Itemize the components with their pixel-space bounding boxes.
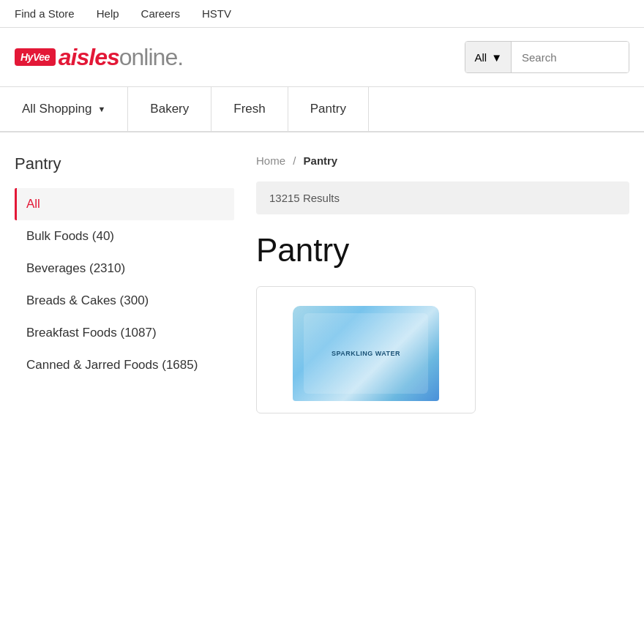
results-bar: 13215 Results — [256, 181, 629, 214]
breadcrumb-home[interactable]: Home — [256, 154, 285, 167]
nav-label-bakery: Bakery — [150, 102, 189, 116]
nav-item-all-shopping[interactable]: All Shopping ▼ — [0, 87, 128, 131]
nav-item-bakery[interactable]: Bakery — [128, 87, 211, 131]
nav-label-fresh: Fresh — [233, 102, 265, 116]
search-area: All ▼ — [465, 41, 629, 73]
main-header: HyVee aislesonline. All ▼ — [0, 28, 644, 87]
breadcrumb: Home / Pantry — [256, 154, 629, 167]
nav-label-pantry: Pantry — [310, 102, 346, 116]
find-store-link[interactable]: Find a Store — [15, 7, 75, 20]
sidebar-item-breakfast-foods[interactable]: Breakfast Foods (1087) — [15, 317, 234, 349]
nav-bar: All Shopping ▼ Bakery Fresh Pantry — [0, 87, 644, 132]
search-category-dropdown[interactable]: All ▼ — [465, 42, 512, 72]
sidebar-item-all[interactable]: All — [15, 188, 234, 220]
sidebar-item-beverages[interactable]: Beverages (2310) — [15, 252, 234, 285]
sidebar-item-canned-jarred[interactable]: Canned & Jarred Foods (1685) — [15, 349, 234, 381]
content-area: Pantry All Bulk Foods (40) Beverages (23… — [0, 132, 644, 435]
hyvee-logo: HyVee — [15, 48, 56, 66]
product-image-label: SPARKLING WATER — [332, 349, 400, 359]
search-category-label: All — [474, 51, 487, 64]
sidebar-item-bulk-foods[interactable]: Bulk Foods (40) — [15, 220, 234, 252]
product-card: SPARKLING WATER — [256, 286, 476, 413]
results-count: 13215 Results — [269, 192, 340, 204]
chevron-down-icon: ▼ — [491, 51, 502, 64]
chevron-down-icon: ▼ — [97, 105, 105, 113]
sidebar: Pantry All Bulk Foods (40) Beverages (23… — [15, 154, 234, 413]
help-link[interactable]: Help — [97, 7, 119, 20]
sidebar-item-breads-cakes[interactable]: Breads & Cakes (300) — [15, 285, 234, 317]
hstv-link[interactable]: HSTV — [202, 7, 231, 20]
page-heading: Pantry — [256, 232, 629, 269]
logo-area: HyVee aislesonline. — [15, 44, 183, 71]
nav-item-pantry[interactable]: Pantry — [288, 87, 369, 131]
aisles-text: aisles — [59, 44, 119, 70]
nav-item-fresh[interactable]: Fresh — [211, 87, 288, 131]
online-text: online. — [119, 44, 183, 70]
breadcrumb-current: Pantry — [304, 154, 338, 167]
utility-bar: Find a Store Help Careers HSTV — [0, 0, 644, 28]
product-image: SPARKLING WATER — [293, 306, 439, 401]
aisles-online-logo: aislesonline. — [59, 44, 183, 71]
breadcrumb-separator: / — [293, 154, 296, 167]
careers-link[interactable]: Careers — [141, 7, 180, 20]
search-input[interactable] — [512, 42, 629, 72]
product-image-area: SPARKLING WATER — [269, 299, 463, 401]
main-content: Home / Pantry 13215 Results Pantry SPARK… — [256, 154, 629, 413]
nav-label-all-shopping: All Shopping — [22, 102, 91, 116]
sidebar-title: Pantry — [15, 154, 234, 173]
